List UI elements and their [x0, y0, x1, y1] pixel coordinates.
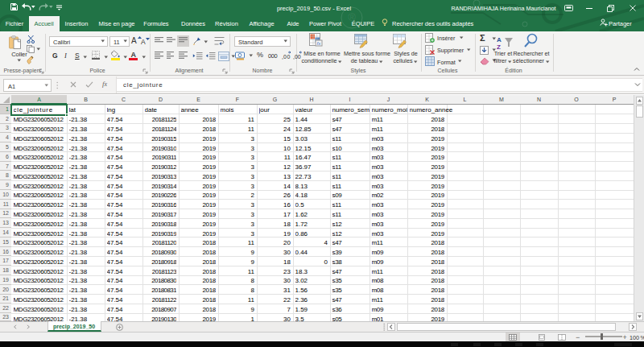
svg-text:A: A	[497, 36, 502, 43]
